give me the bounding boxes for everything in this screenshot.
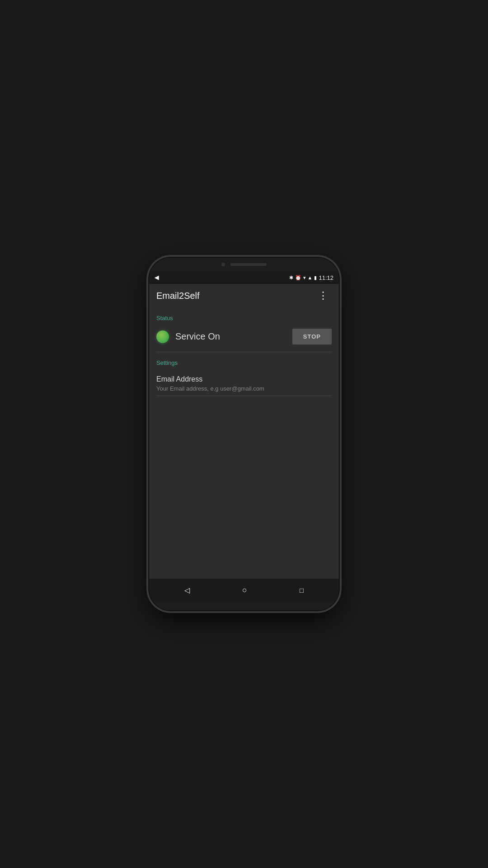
settings-section-header: Settings [156, 359, 332, 372]
main-content: Status Service On STOP Settings Email Ad… [149, 307, 339, 579]
camera-dot [221, 263, 225, 266]
phone-top-bar [149, 258, 339, 271]
notification-icon: ◀ [155, 274, 159, 281]
home-button[interactable]: ○ [235, 582, 254, 599]
email-setting-subtitle: Your Email address, e.g user@gmail.com [156, 385, 332, 392]
email-setting-divider [156, 396, 332, 396]
email-setting-title: Email Address [156, 375, 332, 383]
status-section: Service On STOP [149, 325, 339, 352]
recents-button[interactable]: □ [292, 583, 311, 598]
status-right: ✱ ⏰ ▾ ▲ ▮ 11:12 [289, 274, 333, 281]
wifi-icon: ▾ [303, 275, 306, 281]
alarm-icon: ⏰ [295, 275, 301, 281]
app-title: Email2Self [156, 291, 200, 301]
settings-section: Settings Email Address Your Email addres… [149, 352, 339, 407]
back-button[interactable]: ◁ [177, 582, 197, 598]
bluetooth-icon: ✱ [289, 275, 293, 281]
app-bar: Email2Self ⋮ [149, 284, 339, 307]
status-section-header: Status [149, 307, 339, 325]
status-left: ◀ [155, 274, 159, 281]
status-indicator-dot [156, 330, 169, 343]
speaker-grill [230, 263, 267, 266]
email-setting-item[interactable]: Email Address Your Email address, e.g us… [156, 372, 332, 403]
service-status-text: Service On [175, 331, 220, 342]
status-bar: ◀ ✱ ⏰ ▾ ▲ ▮ 11:12 [149, 271, 339, 284]
signal-icon: ▲ [308, 275, 313, 280]
phone-bottom-bar [149, 601, 339, 610]
more-menu-icon[interactable]: ⋮ [314, 288, 332, 303]
service-status: Service On [156, 330, 220, 343]
bottom-nav: ◁ ○ □ [149, 579, 339, 601]
stop-button[interactable]: STOP [292, 329, 332, 344]
time-display: 11:12 [319, 274, 333, 281]
phone-frame: ◀ ✱ ⏰ ▾ ▲ ▮ 11:12 Email2Self ⋮ Status Se… [149, 258, 339, 610]
battery-icon: ▮ [314, 275, 317, 281]
